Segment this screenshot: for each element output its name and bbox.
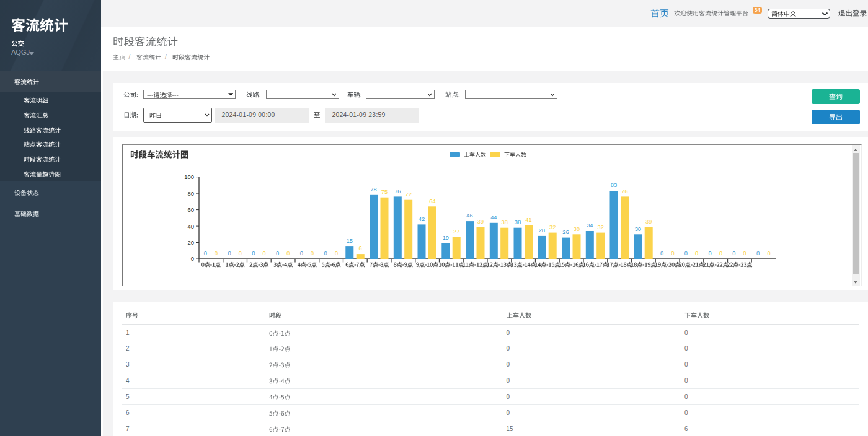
svg-text:64: 64 [429, 198, 435, 204]
svg-text:0: 0 [311, 250, 314, 256]
svg-text:19: 19 [443, 235, 449, 241]
svg-text:30: 30 [635, 226, 641, 232]
svg-text:30: 30 [574, 226, 580, 232]
svg-text:100: 100 [184, 173, 194, 180]
svg-text:76: 76 [394, 188, 401, 194]
svg-text:0: 0 [228, 250, 231, 256]
svg-text:0: 0 [204, 250, 207, 256]
svg-text:46: 46 [466, 212, 472, 219]
svg-text:0: 0 [252, 250, 255, 256]
svg-text:15: 15 [347, 238, 353, 244]
svg-text:0: 0 [335, 250, 338, 256]
svg-text:0: 0 [671, 250, 674, 256]
svg-text:0: 0 [263, 250, 266, 256]
svg-text:0: 0 [756, 250, 760, 256]
svg-text:39: 39 [477, 219, 484, 225]
svg-text:0: 0 [719, 250, 722, 256]
svg-text:38: 38 [515, 219, 521, 225]
svg-text:0: 0 [286, 250, 290, 256]
svg-text:76: 76 [621, 188, 627, 194]
svg-text:34: 34 [587, 222, 593, 229]
svg-text:0: 0 [324, 250, 327, 256]
svg-text:72: 72 [405, 191, 412, 198]
svg-text:0: 0 [695, 250, 698, 256]
svg-text:83: 83 [611, 182, 617, 188]
svg-text:32: 32 [598, 224, 604, 230]
svg-text:6: 6 [359, 245, 362, 251]
svg-text:27: 27 [453, 229, 459, 235]
svg-text:44: 44 [490, 214, 497, 220]
svg-text:0: 0 [767, 250, 770, 256]
svg-text:75: 75 [381, 189, 388, 195]
svg-text:0: 0 [732, 250, 735, 256]
svg-text:26: 26 [562, 229, 569, 235]
svg-text:60: 60 [187, 206, 194, 213]
svg-text:0: 0 [276, 250, 279, 256]
svg-text:41: 41 [525, 217, 531, 223]
svg-text:0: 0 [660, 250, 663, 256]
svg-text:39: 39 [645, 219, 652, 225]
svg-text:32: 32 [549, 224, 556, 230]
svg-text:20: 20 [187, 239, 194, 246]
svg-text:38: 38 [502, 219, 508, 225]
svg-text:40: 40 [187, 223, 194, 230]
svg-text:0: 0 [684, 250, 688, 256]
svg-text:0: 0 [239, 250, 242, 256]
svg-text:80: 80 [187, 190, 194, 197]
svg-text:0: 0 [708, 250, 711, 256]
svg-text:0: 0 [300, 250, 303, 256]
svg-text:42: 42 [418, 216, 425, 222]
svg-text:0: 0 [191, 255, 194, 262]
svg-text:28: 28 [539, 227, 545, 233]
svg-text:78: 78 [370, 186, 376, 193]
svg-text:0: 0 [215, 250, 218, 256]
svg-text:0: 0 [743, 250, 746, 256]
